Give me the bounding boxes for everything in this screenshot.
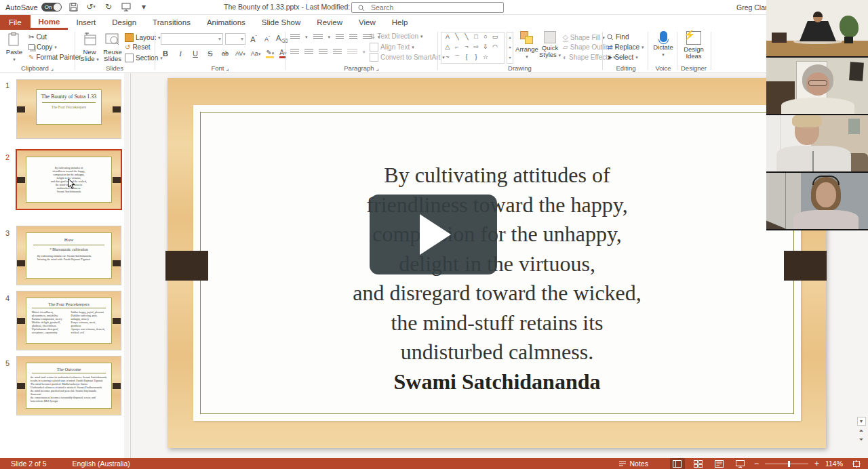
shapes-gallery-scrollbar[interactable]: ▴▾▾ [507, 32, 513, 64]
shapes-gallery[interactable]: A╲╲□○▭ △⌐¬⇨⇩◠ ~⌒{}☆ [441, 32, 505, 64]
tab-file[interactable]: File [0, 15, 31, 30]
participant-video-3[interactable] [766, 115, 868, 171]
undo-icon[interactable]: ↺▾ [85, 1, 96, 12]
slide-sorter-view-button[interactable] [691, 458, 706, 469]
tab-insert[interactable]: Insert [68, 15, 104, 30]
arrange-button[interactable]: Arrange▾ [515, 31, 538, 60]
language-indicator[interactable]: English (Australia) [73, 460, 130, 468]
text-shadow-button[interactable]: ab [220, 50, 230, 57]
quick-styles-button[interactable]: QuickStyles ▾ [538, 31, 561, 59]
tab-animations[interactable]: Animations [199, 15, 254, 30]
scroll-down-arrow[interactable]: ▾ [857, 417, 866, 426]
participant-video-2[interactable] [766, 58, 868, 114]
columns-button[interactable] [347, 49, 357, 55]
thumbnail-slide-4[interactable]: The Four Peacekeepers Maitri: friendline… [17, 291, 121, 350]
zoom-slider[interactable] [765, 464, 808, 464]
participant-video-4[interactable] [766, 173, 868, 229]
align-center-button[interactable] [304, 49, 313, 55]
slide-band [17, 260, 25, 266]
increase-indent-button[interactable] [349, 34, 357, 40]
shapes-row-1[interactable]: A╲╲□○▭ [443, 33, 502, 40]
italic-button[interactable]: I [176, 49, 185, 58]
next-slide-button[interactable]: ⏷ [859, 436, 863, 443]
autosave-control[interactable]: AutoSave On [5, 3, 62, 12]
replace-button[interactable]: ⇄Replace▾ [607, 43, 644, 51]
highlight-color-button[interactable]: ✎▾ [266, 49, 274, 58]
slide-canvas[interactable]: By cultivating attitudes offriendliness … [132, 73, 868, 458]
shapes-row-3[interactable]: ~⌒{}☆ [443, 54, 502, 62]
tab-design[interactable]: Design [104, 15, 144, 30]
slide-content-box[interactable]: By cultivating attitudes offriendliness … [193, 105, 801, 421]
notes-icon [618, 460, 627, 467]
zoom-level[interactable]: 114% [825, 460, 843, 468]
change-case-button[interactable]: Aa▾ [251, 50, 261, 57]
text-direction-button[interactable]: ⇅Text Direction▾ [370, 33, 422, 40]
align-text-button[interactable]: Align Text▾ [370, 43, 414, 52]
zoom-in-button[interactable]: + [814, 459, 819, 468]
align-right-button[interactable] [319, 49, 328, 55]
bold-button[interactable]: B [161, 49, 170, 58]
thumbnail-scrollbar[interactable] [124, 73, 130, 458]
bullets-button[interactable] [290, 34, 300, 40]
cut-button[interactable]: ✂Cut [28, 33, 47, 41]
reading-view-button[interactable] [712, 458, 727, 469]
plant [840, 16, 859, 37]
reuse-slides-button[interactable]: ReuseSlides [101, 31, 124, 63]
shrink-font-button[interactable]: Aˇ [262, 35, 272, 43]
participant-video-1[interactable] [766, 0, 868, 56]
clipboard-dialog-launcher[interactable]: ⌟ [50, 64, 53, 72]
slideshow-view-button[interactable] [733, 458, 748, 469]
find-button[interactable]: Find [607, 33, 629, 41]
previous-slide-button[interactable]: ⏶ [859, 428, 863, 434]
start-presentation-icon[interactable] [121, 1, 132, 12]
paragraph-dialog-launcher[interactable]: ⌟ [376, 64, 378, 72]
search-input[interactable]: Search [351, 2, 504, 13]
document-title[interactable]: The Bounty of 1.33.pptx - Last Modified:… [224, 3, 346, 11]
tab-help[interactable]: Help [384, 15, 416, 30]
clear-formatting-button[interactable]: A⌫ [276, 34, 288, 44]
decrease-indent-button[interactable] [336, 34, 344, 40]
video-play-button[interactable] [370, 195, 497, 274]
customize-qat-icon[interactable]: ▾ [138, 1, 149, 12]
shapes-row-2[interactable]: △⌐¬⇨⇩◠ [443, 43, 502, 50]
notes-button[interactable]: Notes [618, 460, 648, 468]
tab-home[interactable]: Home [31, 15, 68, 30]
select-icon: ➤ [607, 54, 612, 61]
copy-button[interactable]: Copy▾ [28, 43, 57, 51]
reset-button[interactable]: ↺Reset [125, 43, 151, 51]
tab-slideshow[interactable]: Slide Show [254, 15, 309, 30]
redo-icon[interactable]: ↻ [103, 1, 114, 12]
tab-transitions[interactable]: Transitions [144, 15, 199, 30]
fit-to-window-button[interactable] [849, 458, 864, 469]
thumbnail-slide-5[interactable]: The Outcome the mind-stuff retains its u… [17, 356, 121, 415]
tab-view[interactable]: View [351, 15, 384, 30]
shape-fill-button[interactable]: ◇Shape Fill▾ [563, 33, 605, 42]
font-size-combo[interactable]: ▾ [225, 33, 245, 45]
font-dialog-launcher[interactable]: ⌟ [226, 64, 229, 72]
slide-band [113, 383, 121, 389]
new-slide-button[interactable]: NewSlide ▾ [78, 31, 101, 63]
zoom-slider-thumb[interactable] [788, 461, 790, 467]
strikethrough-button[interactable]: S [205, 49, 215, 58]
numbering-button[interactable] [313, 34, 323, 40]
paste-button[interactable]: Paste▾ [3, 31, 26, 63]
dictate-button[interactable]: Dictate▾ [652, 31, 675, 58]
thumbnail-slide-1[interactable]: The Bounty of Sutra 1.33 The Four Peacek… [17, 80, 121, 138]
design-ideas-button[interactable]: ⚡ DesignIdeas [682, 31, 705, 60]
justify-button[interactable] [333, 49, 342, 55]
select-button[interactable]: ➤Select▾ [607, 54, 638, 61]
font-name-combo[interactable]: ▾ [161, 33, 223, 45]
grow-font-button[interactable]: Aˆ [249, 35, 258, 43]
convert-smartart-button[interactable]: Convert to SmartArt▾ [370, 53, 445, 62]
save-icon[interactable] [68, 1, 79, 12]
zoom-out-button[interactable]: − [754, 459, 759, 468]
align-left-button[interactable] [290, 49, 299, 55]
tab-review[interactable]: Review [309, 15, 351, 30]
slide-quote-text[interactable]: By cultivating attitudes offriendliness … [220, 161, 774, 396]
normal-view-button[interactable] [670, 458, 685, 469]
autosave-toggle[interactable]: On [41, 3, 62, 12]
underline-button[interactable]: U [191, 49, 200, 58]
thumbnail-slide-3[interactable]: How * Bhavanatah: cultivation By cultiva… [17, 226, 121, 285]
character-spacing-button[interactable]: AV▾ [235, 50, 245, 57]
format-painter-button[interactable]: ✎Format Painter [28, 54, 81, 61]
